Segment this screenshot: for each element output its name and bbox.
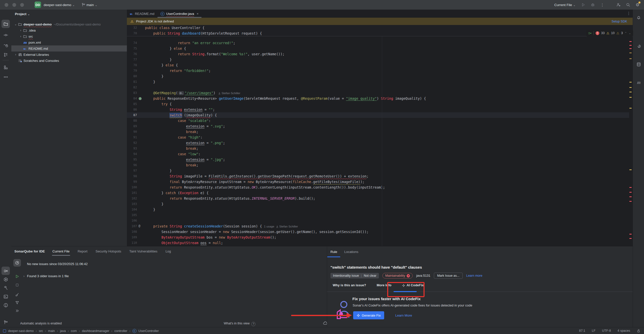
prev-issue-button[interactable]: ⌃: [625, 32, 627, 35]
code-line-87[interactable]: 87 switch (imageQuality) {: [127, 112, 629, 118]
issue-type-badge[interactable]: Intentionality issue|Not clear: [330, 273, 379, 278]
breadcrumb-item[interactable]: deeper-sast-demo: [8, 329, 34, 333]
code-line-77[interactable]: 77 }: [127, 57, 629, 62]
error-stripe-mark[interactable]: [629, 169, 632, 170]
code-area[interactable]: 74 return "an error occurred!";75 } else…: [127, 36, 633, 246]
code-line-89[interactable]: 89 extension = ".svg";: [127, 123, 629, 129]
breadcrumb-item[interactable]: src: [39, 329, 43, 333]
code-line-75[interactable]: 75 } else {: [127, 46, 629, 51]
error-stripe-mark[interactable]: [629, 82, 632, 83]
code-line-82[interactable]: 82: [127, 85, 629, 90]
error-stripe-mark[interactable]: [629, 108, 632, 109]
code-line-108[interactable]: 108 SessionHeader sessionHeader = new Se…: [127, 229, 629, 235]
structure-tool-icon[interactable]: [2, 63, 10, 71]
issues-summary-row[interactable]: ›Found 3 older issues in 1 file: [23, 274, 69, 278]
filter-button[interactable]: [13, 299, 21, 306]
code-line-103[interactable]: 103 }: [127, 201, 629, 207]
code-line-97[interactable]: 97 }: [127, 168, 629, 173]
code-author-hint[interactable]: Stefan Schiller: [217, 92, 240, 95]
debug-button[interactable]: [591, 3, 595, 7]
error-stripe-mark[interactable]: [629, 45, 632, 46]
error-stripe-mark[interactable]: [629, 41, 632, 42]
whats-in-this-view[interactable]: What's in this view?: [224, 322, 256, 326]
rule-tab-locations[interactable]: Locations: [344, 250, 358, 254]
sonarqube-tool-icon[interactable]: [2, 267, 10, 275]
error-stripe-mark[interactable]: [629, 92, 632, 92]
lock-icon[interactable]: [637, 329, 640, 333]
code-line-95[interactable]: 95 extension = ".jpg";: [127, 157, 629, 162]
problems-tool-icon[interactable]: [2, 301, 10, 309]
next-issue-button[interactable]: ⌄: [629, 32, 631, 35]
error-stripe-mark[interactable]: [629, 201, 632, 202]
sonar-tab-report[interactable]: Report: [77, 247, 88, 256]
clean-issues-button[interactable]: [13, 291, 21, 298]
code-line-80[interactable]: 80 }: [127, 73, 629, 79]
tree-item-readme-md[interactable]: M↓README.md: [11, 45, 134, 52]
project-tool-icon[interactable]: [2, 20, 10, 28]
tree-item--idea[interactable]: ›.idea: [11, 27, 134, 33]
code-line-93[interactable]: 93 break;: [127, 146, 629, 151]
breadcrumb-item[interactable]: dashboardmanager: [82, 329, 109, 333]
sonar-tab-current-file[interactable]: Current File: [52, 247, 70, 256]
software-quality-badge[interactable]: Maintainability: [382, 273, 413, 278]
code-line-96[interactable]: 96 break;: [127, 162, 629, 168]
maven-tool-icon[interactable]: m: [634, 78, 643, 87]
window-minimize-button[interactable]: [12, 3, 16, 7]
mark-issue-as-button[interactable]: Mark Issue as...: [434, 273, 463, 279]
error-stripe-mark[interactable]: [629, 87, 632, 88]
code-line-109[interactable]: 109 ByteArrayOutputStream bos = new Byte…: [127, 235, 629, 240]
sonar-tab-taint-vulnerabilities[interactable]: Taint Vulnerabilities: [129, 247, 158, 256]
commit-tool-icon[interactable]: [2, 31, 10, 39]
help-icon[interactable]: ?: [251, 322, 256, 326]
code-line-74[interactable]: 74 return "an error occurred!";: [127, 40, 629, 46]
sonar-tab-security-hotspots[interactable]: Security Hotspots: [95, 247, 122, 256]
stop-analysis-button[interactable]: [13, 281, 21, 289]
error-stripe-mark[interactable]: [629, 192, 632, 193]
file-encoding[interactable]: UTF-8: [602, 329, 611, 332]
analyze-status-icon[interactable]: [13, 259, 21, 267]
rule-tab-rule[interactable]: Rule: [330, 250, 337, 254]
url-inlay-hint[interactable]: ⌄: [179, 91, 184, 95]
code-line-88[interactable]: 88 case "scalable":: [127, 118, 629, 123]
spring-mapping-gutter-icon[interactable]: [138, 96, 143, 100]
tree-item-scratches-and-consoles[interactable]: Scratches and Consoles: [11, 58, 129, 64]
code-author-hint[interactable]: Stefan Schiller: [275, 225, 298, 228]
error-stripe-mark[interactable]: [629, 58, 632, 59]
run-button[interactable]: [581, 3, 585, 7]
chevron-icon[interactable]: ⌄: [14, 22, 17, 26]
notifications-icon[interactable]: [634, 13, 643, 21]
code-line-92[interactable]: 92 extension = ".png";: [127, 140, 629, 146]
version-control-tool-icon[interactable]: [2, 318, 10, 326]
code-line-85[interactable]: 85 try {: [127, 101, 629, 107]
project-panel-header[interactable]: Project⌄: [11, 10, 127, 16]
subtab-why-is-this-an-issue-[interactable]: Why is this an issue?: [333, 283, 366, 287]
error-stripe-mark[interactable]: [629, 187, 632, 188]
run-configuration-select[interactable]: Current File⌄: [554, 3, 576, 7]
code-line-104[interactable]: 104 }: [127, 207, 629, 212]
code-line-91[interactable]: 91 case "high":: [127, 135, 629, 140]
run-analysis-button[interactable]: [13, 273, 21, 280]
sonar-tab-log[interactable]: Log: [165, 247, 172, 256]
codefix-learn-more-link[interactable]: Learn More: [395, 314, 412, 317]
sticky-line[interactable]: 70 public String dashboard(HttpServletRe…: [127, 31, 629, 36]
sonar-walkthrough-tool-icon[interactable]: [2, 41, 10, 49]
code-line-90[interactable]: 90 break;: [127, 129, 629, 135]
ai-assistant-icon[interactable]: [634, 42, 643, 50]
caret-position[interactable]: 87:1: [579, 329, 585, 332]
expand-all-button[interactable]: [13, 307, 21, 315]
window-zoom-button[interactable]: [20, 3, 24, 7]
code-line-76[interactable]: 76 return String.format("Welcome %s!", u…: [127, 51, 629, 57]
code-line-86[interactable]: 86 String extension = "";: [127, 107, 629, 112]
error-stripe-mark[interactable]: [629, 196, 632, 197]
code-line-98[interactable]: 98 String imageFile = FileUtils.getInsta…: [127, 173, 629, 179]
code-line-84[interactable]: 84 public ResponseEntity<Resource> getUs…: [127, 96, 629, 101]
error-stripe-mark[interactable]: [629, 97, 632, 98]
branch-switcher[interactable]: main⌄: [87, 3, 97, 7]
usages-inlay-hint[interactable]: 1 usage: [264, 225, 275, 228]
editor-tab-usercontroller-java[interactable]: CUserController.java×: [157, 10, 202, 18]
code-with-me-button[interactable]: [617, 3, 621, 7]
generate-fix-button[interactable]: Generate Fix: [353, 311, 384, 319]
panel-title[interactable]: SonarQube for IDE: [14, 249, 45, 253]
close-icon[interactable]: ×: [197, 12, 199, 16]
code-line-99[interactable]: 99 final ByteArrayResource inputStream =…: [127, 179, 629, 185]
